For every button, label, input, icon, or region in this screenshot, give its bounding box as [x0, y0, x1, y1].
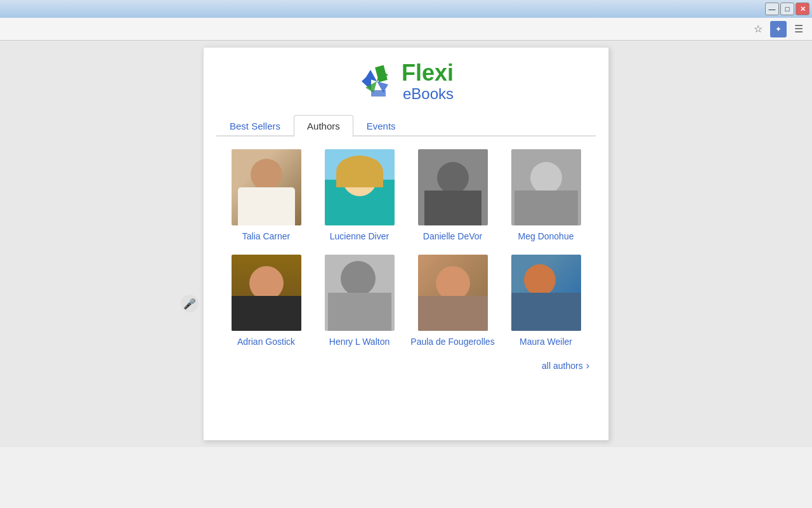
star-icon[interactable]: ☆	[750, 21, 766, 37]
author-photo-henry-walton	[325, 255, 395, 331]
extensions-icon[interactable]: ✦	[770, 21, 787, 37]
author-photo-danielle-devor	[418, 149, 488, 225]
menu-icon[interactable]: ☰	[790, 21, 807, 37]
all-authors-row: all authors ›	[216, 354, 596, 371]
logo-text: Flexi eBooks	[402, 60, 454, 102]
tabs-bar: Best Sellers Authors Events	[216, 115, 596, 137]
logo-ebooks-text: eBooks	[402, 86, 454, 102]
tab-authors[interactable]: Authors	[294, 115, 353, 137]
author-card-danielle-devor[interactable]: Danielle DeVor	[409, 149, 496, 242]
author-card-henry-walton[interactable]: Henry L Walton	[316, 255, 403, 347]
author-photo-meg-donohue	[511, 149, 581, 225]
author-photo-maura-weiler	[511, 255, 581, 331]
logo: Flexi eBooks	[358, 60, 454, 102]
tab-best-sellers[interactable]: Best Sellers	[216, 115, 294, 137]
tab-events[interactable]: Events	[353, 115, 409, 137]
page-container: Flexi eBooks Best Sellers Authors Events	[203, 47, 609, 441]
author-photo-adrian-gostick	[232, 255, 301, 331]
author-name-lucienne-diver[interactable]: Lucienne Diver	[330, 231, 389, 242]
author-card-paula-de-fougerolles[interactable]: Paula de Fougerolles	[409, 255, 496, 347]
minimize-button[interactable]: —	[765, 3, 779, 15]
page-area: 🎤	[0, 41, 812, 447]
author-name-maura-weiler[interactable]: Maura Weiler	[520, 336, 572, 347]
author-name-talia-carner[interactable]: Talia Carner	[242, 231, 290, 242]
author-photo-lucienne-diver	[325, 149, 395, 225]
microphone-icon[interactable]: 🎤	[181, 295, 199, 312]
author-name-danielle-devor[interactable]: Danielle DeVor	[423, 231, 482, 242]
author-photo-talia-carner	[232, 149, 301, 225]
author-name-adrian-gostick[interactable]: Adrian Gostick	[237, 336, 295, 347]
all-authors-link[interactable]: all authors ›	[542, 360, 589, 371]
author-photo-paula-de-fougerolles	[418, 255, 488, 331]
author-card-talia-carner[interactable]: Talia Carner	[223, 149, 310, 242]
browser-titlebar: — □ ✕	[0, 0, 812, 18]
author-card-maura-weiler[interactable]: Maura Weiler	[502, 255, 589, 347]
logo-area: Flexi eBooks	[216, 60, 596, 102]
author-name-paula-de-fougerolles[interactable]: Paula de Fougerolles	[410, 336, 494, 347]
chevron-right-icon: ›	[586, 360, 589, 371]
author-name-henry-walton[interactable]: Henry L Walton	[329, 336, 390, 347]
author-card-lucienne-diver[interactable]: Lucienne Diver	[316, 149, 403, 242]
close-button[interactable]: ✕	[796, 3, 809, 15]
author-name-meg-donohue[interactable]: Meg Donohue	[518, 231, 574, 242]
browser-window: — □ ✕ ☆ ✦ ☰ 🎤	[0, 0, 812, 508]
logo-flexi-text: Flexi	[402, 60, 454, 86]
maximize-button[interactable]: □	[780, 3, 794, 15]
logo-icon	[358, 63, 395, 100]
browser-toolbar: ☆ ✦ ☰	[0, 18, 812, 41]
author-card-adrian-gostick[interactable]: Adrian Gostick	[223, 255, 310, 347]
author-card-meg-donohue[interactable]: Meg Donohue	[502, 149, 589, 242]
authors-grid: Talia Carner Lucienne Diver Danielle DeV…	[216, 149, 596, 347]
all-authors-label: all authors	[542, 361, 583, 371]
